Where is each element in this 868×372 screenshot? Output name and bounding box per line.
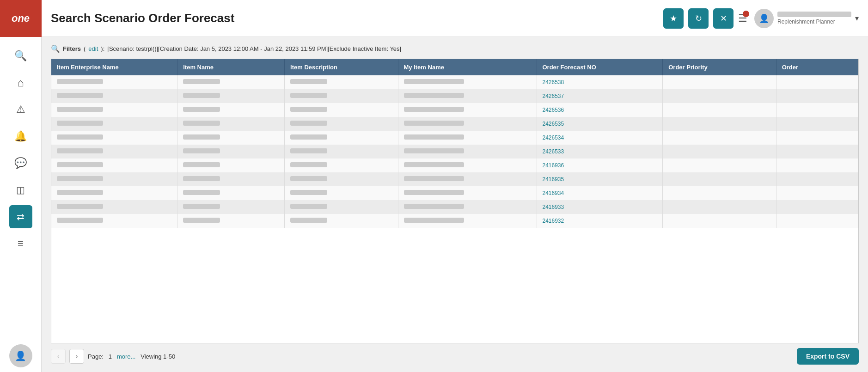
more-link[interactable]: more... xyxy=(117,353,135,360)
table-cell-blurred: xxxxx xyxy=(177,131,285,145)
table-cell-priority xyxy=(663,131,776,145)
table-cell-blurred: xxxxx xyxy=(177,103,285,117)
refresh-button[interactable]: ↻ xyxy=(688,8,709,29)
sidebar-item-transfer[interactable]: ⇄ xyxy=(9,205,32,228)
close-button[interactable]: ✕ xyxy=(713,8,734,29)
table-cell-order-forecast-no[interactable]: 2426534 xyxy=(537,131,663,145)
table-cell-blurred: xxxxx xyxy=(51,214,177,228)
table-row[interactable]: xxxxxxxxxxxxxxxxxxxx2426536 xyxy=(51,103,858,117)
table-cell-blurred: xxxxx xyxy=(285,117,398,131)
sidebar-avatar[interactable]: 👤 xyxy=(9,344,32,367)
table-row[interactable]: xxxxxxxxxxxxxxxxxxxx2426534 xyxy=(51,131,858,145)
table-cell-blurred: xxxxx xyxy=(285,159,398,172)
close-icon: ✕ xyxy=(720,13,727,24)
user-dropdown-arrow[interactable]: ▾ xyxy=(855,14,859,23)
table-cell-blurred: xxxxx xyxy=(177,214,285,228)
table-cell-blurred: xxxxx xyxy=(51,172,177,186)
app-logo[interactable]: one xyxy=(0,0,42,37)
next-page-button[interactable]: › xyxy=(69,349,84,364)
table-row[interactable]: xxxxxxxxxxxxxxxxxxxx2416936 xyxy=(51,159,858,172)
results-table: Item Enterprise Name Item Name Item Desc… xyxy=(51,59,858,228)
table-row[interactable]: xxxxxxxxxxxxxxxxxxxx2426537 xyxy=(51,89,858,103)
user-role: Replenishment Planner xyxy=(777,18,851,25)
table-row[interactable]: xxxxxxxxxxxxxxxxxxxx2426533 xyxy=(51,145,858,159)
table-cell-blurred: xxxxx xyxy=(285,200,398,214)
table-cell-priority xyxy=(663,103,776,117)
table-cell-priority xyxy=(663,89,776,103)
table-cell-blurred: xxxxx xyxy=(177,172,285,186)
table-row[interactable]: xxxxxxxxxxxxxxxxxxxx2416935 xyxy=(51,172,858,186)
table-header-row: Item Enterprise Name Item Name Item Desc… xyxy=(51,59,858,75)
sidebar-item-notifications[interactable]: 🔔 xyxy=(9,125,32,148)
filter-search-icon: 🔍 xyxy=(51,44,60,53)
sidebar-item-layers[interactable]: ◫ xyxy=(9,178,32,201)
table-cell-priority xyxy=(663,159,776,172)
filter-edit-link[interactable]: edit xyxy=(88,45,98,52)
favorite-button[interactable]: ★ xyxy=(663,8,684,29)
table-row[interactable]: xxxxxxxxxxxxxxxxxxxx2416932 xyxy=(51,214,858,228)
viewing-label: Viewing 1-50 xyxy=(141,353,175,360)
notification-icon-wrapper[interactable]: ☰ xyxy=(738,12,747,24)
table-cell-blurred: xxxxx xyxy=(51,145,177,159)
table-cell-order-forecast-no[interactable]: 2416935 xyxy=(537,172,663,186)
refresh-icon: ↻ xyxy=(695,13,702,24)
content-area: 🔍 Filters ( edit ): [Scenario: testrpl()… xyxy=(42,37,868,372)
sidebar-item-search[interactable]: 🔍 xyxy=(9,44,32,67)
col-header-my-item: My Item Name xyxy=(398,59,537,75)
table-cell-order xyxy=(776,117,858,131)
table-row[interactable]: xxxxxxxxxxxxxxxxxxxx2426535 xyxy=(51,117,858,131)
avatar-placeholder-icon: 👤 xyxy=(759,13,769,24)
table-cell-blurred: xxxxx xyxy=(177,159,285,172)
table-cell-order-forecast-no[interactable]: 2416933 xyxy=(537,200,663,214)
table-cell-priority xyxy=(663,145,776,159)
table-cell-blurred: xxxxx xyxy=(398,145,537,159)
sidebar-item-menu[interactable]: ≡ xyxy=(9,232,32,255)
header-actions: ★ ↻ ✕ ☰ 👤 Replenishment Plan xyxy=(663,8,859,29)
table-cell-order-forecast-no[interactable]: 2416932 xyxy=(537,214,663,228)
table-cell-order-forecast-no[interactable]: 2416934 xyxy=(537,186,663,200)
user-avatar[interactable]: 👤 xyxy=(754,9,774,28)
table-cell-blurred: xxxxx xyxy=(177,75,285,89)
table-cell-order-forecast-no[interactable]: 2426537 xyxy=(537,89,663,103)
page-number: 1 xyxy=(109,353,112,360)
table-cell-blurred: xxxxx xyxy=(398,89,537,103)
table-cell-blurred: xxxxx xyxy=(51,159,177,172)
table-cell-order-forecast-no[interactable]: 2426535 xyxy=(537,117,663,131)
table-cell-order-forecast-no[interactable]: 2426538 xyxy=(537,75,663,89)
sidebar-item-warning[interactable]: ⚠ xyxy=(9,98,32,121)
table-cell-priority xyxy=(663,200,776,214)
table-cell-order-forecast-no[interactable]: 2426536 xyxy=(537,103,663,117)
table-cell-blurred: xxxxx xyxy=(398,172,537,186)
table-cell-blurred: xxxxx xyxy=(177,145,285,159)
table-cell-order-forecast-no[interactable]: 2416936 xyxy=(537,159,663,172)
pagination-bar: ‹ › Page: 1 more... Viewing 1-50 Export … xyxy=(51,343,859,365)
table-cell-order xyxy=(776,159,858,172)
table-cell-blurred: xxxxx xyxy=(285,75,398,89)
prev-page-button[interactable]: ‹ xyxy=(51,349,66,364)
table-body: xxxxxxxxxxxxxxxxxxxx2426538xxxxxxxxxxxxx… xyxy=(51,75,858,228)
table-cell-blurred: xxxxx xyxy=(51,131,177,145)
prev-icon: ‹ xyxy=(57,353,60,360)
table-row[interactable]: xxxxxxxxxxxxxxxxxxxx2416934 xyxy=(51,186,858,200)
sidebar-bottom: 👤 xyxy=(9,344,32,372)
hamburger-icon: ≡ xyxy=(18,238,24,250)
table-row[interactable]: xxxxxxxxxxxxxxxxxxxx2426538 xyxy=(51,75,858,89)
avatar-icon: 👤 xyxy=(15,350,26,361)
user-name xyxy=(777,12,851,18)
table-row[interactable]: xxxxxxxxxxxxxxxxxxxx2416933 xyxy=(51,200,858,214)
export-csv-button[interactable]: Export to CSV xyxy=(797,348,859,365)
sidebar-item-home[interactable]: ⌂ xyxy=(9,71,32,94)
sidebar-item-chat[interactable]: 💬 xyxy=(9,152,32,175)
user-section: 👤 Replenishment Planner ▾ xyxy=(754,9,859,28)
table-cell-blurred: xxxxx xyxy=(285,131,398,145)
star-icon: ★ xyxy=(670,13,677,24)
results-table-wrapper[interactable]: Item Enterprise Name Item Name Item Desc… xyxy=(51,59,859,343)
table-cell-blurred: xxxxx xyxy=(398,117,537,131)
table-cell-order-forecast-no[interactable]: 2426533 xyxy=(537,145,663,159)
col-header-order-priority: Order Priority xyxy=(663,59,776,75)
transfer-icon: ⇄ xyxy=(17,211,24,222)
table-cell-blurred: xxxxx xyxy=(177,186,285,200)
sidebar: one 🔍 ⌂ ⚠ 🔔 💬 ◫ ⇄ ≡ 👤 xyxy=(0,0,42,372)
filter-paren-close: ): xyxy=(101,45,104,52)
table-cell-blurred: xxxxx xyxy=(51,75,177,89)
